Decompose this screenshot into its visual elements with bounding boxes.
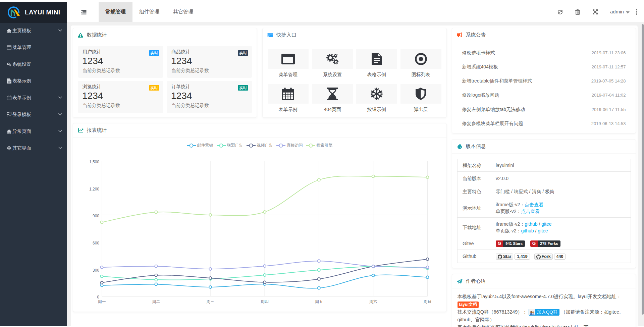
svg-text:600: 600 — [92, 241, 99, 246]
svg-text:周三: 周三 — [206, 299, 214, 304]
svg-text:周六: 周六 — [369, 299, 377, 304]
svg-text:周四: 周四 — [261, 299, 269, 304]
svg-text:1,500: 1,500 — [89, 160, 99, 164]
svg-text:1,200: 1,200 — [89, 187, 99, 192]
svg-text:周五: 周五 — [315, 299, 323, 304]
svg-text:周日: 周日 — [423, 299, 431, 304]
svg-text:周二: 周二 — [152, 299, 160, 304]
svg-text:900: 900 — [92, 214, 99, 218]
svg-text:300: 300 — [92, 268, 99, 273]
svg-text:周一: 周一 — [98, 299, 106, 304]
svg-text:0: 0 — [97, 295, 99, 299]
